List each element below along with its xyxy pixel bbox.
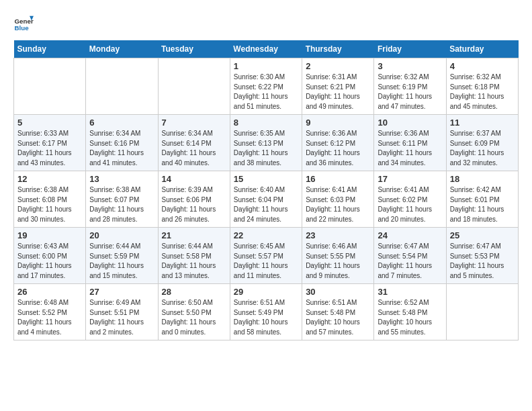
cell-info: Sunrise: 6:39 AM Sunset: 6:06 PM Dayligh… [162, 185, 226, 224]
cell-info: Sunrise: 6:34 AM Sunset: 6:14 PM Dayligh… [162, 129, 226, 168]
day-number: 9 [306, 118, 370, 128]
cell-info: Sunrise: 6:48 AM Sunset: 5:52 PM Dayligh… [17, 298, 82, 337]
calendar-cell: 17Sunrise: 6:41 AM Sunset: 6:02 PM Dayli… [374, 171, 446, 228]
calendar-cell: 21Sunrise: 6:44 AM Sunset: 5:58 PM Dayli… [158, 228, 230, 284]
day-number: 13 [89, 174, 154, 184]
calendar-cell: 15Sunrise: 6:40 AM Sunset: 6:04 PM Dayli… [230, 171, 302, 228]
day-number: 17 [378, 174, 442, 184]
cell-info: Sunrise: 6:36 AM Sunset: 6:11 PM Dayligh… [378, 129, 442, 168]
day-number: 1 [234, 61, 298, 71]
calendar-cell: 2Sunrise: 6:31 AM Sunset: 6:21 PM Daylig… [302, 58, 374, 115]
calendar-cell: 24Sunrise: 6:47 AM Sunset: 5:54 PM Dayli… [374, 228, 446, 284]
cell-info: Sunrise: 6:32 AM Sunset: 6:19 PM Dayligh… [378, 73, 442, 111]
svg-text:Blue: Blue [15, 24, 30, 32]
calendar-cell: 4Sunrise: 6:32 AM Sunset: 6:18 PM Daylig… [446, 58, 518, 115]
calendar-table: SundayMondayTuesdayWednesdayThursdayFrid… [13, 40, 519, 340]
day-number: 4 [450, 61, 515, 71]
week-row-2: 5Sunrise: 6:33 AM Sunset: 6:17 PM Daylig… [14, 115, 519, 171]
cell-info: Sunrise: 6:38 AM Sunset: 6:08 PM Dayligh… [17, 185, 82, 224]
day-number: 12 [17, 174, 82, 184]
calendar-cell: 19Sunrise: 6:43 AM Sunset: 6:00 PM Dayli… [14, 228, 86, 284]
calendar-cell: 5Sunrise: 6:33 AM Sunset: 6:17 PM Daylig… [14, 115, 86, 171]
cell-info: Sunrise: 6:46 AM Sunset: 5:55 PM Dayligh… [306, 242, 370, 281]
calendar-cell: 10Sunrise: 6:36 AM Sunset: 6:11 PM Dayli… [374, 115, 446, 171]
calendar-cell: 1Sunrise: 6:30 AM Sunset: 6:22 PM Daylig… [230, 58, 302, 115]
calendar-cell: 6Sunrise: 6:34 AM Sunset: 6:16 PM Daylig… [86, 115, 158, 171]
logo-icon: General Blue [13, 13, 34, 34]
calendar-cell: 13Sunrise: 6:38 AM Sunset: 6:07 PM Dayli… [86, 171, 158, 228]
calendar-cell: 25Sunrise: 6:47 AM Sunset: 5:53 PM Dayli… [446, 228, 518, 284]
day-number: 2 [306, 61, 370, 71]
calendar-cell: 20Sunrise: 6:44 AM Sunset: 5:59 PM Dayli… [86, 228, 158, 284]
calendar-cell [14, 58, 86, 115]
cell-info: Sunrise: 6:32 AM Sunset: 6:18 PM Dayligh… [450, 73, 515, 111]
day-number: 20 [89, 230, 154, 240]
calendar-cell: 3Sunrise: 6:32 AM Sunset: 6:19 PM Daylig… [374, 58, 446, 115]
calendar-cell [86, 58, 158, 115]
cell-info: Sunrise: 6:40 AM Sunset: 6:04 PM Dayligh… [234, 185, 298, 224]
calendar-cell: 23Sunrise: 6:46 AM Sunset: 5:55 PM Dayli… [302, 228, 374, 284]
day-number: 31 [378, 287, 442, 297]
day-number: 27 [89, 287, 154, 297]
day-number: 3 [378, 61, 442, 71]
calendar-cell: 22Sunrise: 6:45 AM Sunset: 5:57 PM Dayli… [230, 228, 302, 284]
day-number: 18 [450, 174, 515, 184]
day-number: 14 [162, 174, 226, 184]
cell-info: Sunrise: 6:30 AM Sunset: 6:22 PM Dayligh… [234, 73, 298, 111]
cell-info: Sunrise: 6:36 AM Sunset: 6:12 PM Dayligh… [306, 129, 370, 168]
cell-info: Sunrise: 6:50 AM Sunset: 5:50 PM Dayligh… [162, 298, 226, 337]
day-number: 19 [17, 230, 82, 240]
col-header-friday: Friday [374, 40, 446, 58]
cell-info: Sunrise: 6:47 AM Sunset: 5:54 PM Dayligh… [378, 242, 442, 281]
calendar-cell: 12Sunrise: 6:38 AM Sunset: 6:08 PM Dayli… [14, 171, 86, 228]
cell-info: Sunrise: 6:37 AM Sunset: 6:09 PM Dayligh… [450, 129, 515, 168]
cell-info: Sunrise: 6:35 AM Sunset: 6:13 PM Dayligh… [234, 129, 298, 168]
day-number: 23 [306, 230, 370, 240]
page-header: General Blue [13, 13, 519, 34]
calendar-cell: 28Sunrise: 6:50 AM Sunset: 5:50 PM Dayli… [158, 284, 230, 340]
cell-info: Sunrise: 6:43 AM Sunset: 6:00 PM Dayligh… [17, 242, 82, 281]
col-header-tuesday: Tuesday [158, 40, 230, 58]
week-row-1: 1Sunrise: 6:30 AM Sunset: 6:22 PM Daylig… [14, 58, 519, 115]
day-number: 7 [162, 118, 226, 128]
cell-info: Sunrise: 6:41 AM Sunset: 6:03 PM Dayligh… [306, 185, 370, 224]
calendar-cell: 7Sunrise: 6:34 AM Sunset: 6:14 PM Daylig… [158, 115, 230, 171]
col-header-saturday: Saturday [446, 40, 518, 58]
day-number: 26 [17, 287, 82, 297]
cell-info: Sunrise: 6:33 AM Sunset: 6:17 PM Dayligh… [17, 129, 82, 168]
cell-info: Sunrise: 6:51 AM Sunset: 5:48 PM Dayligh… [306, 298, 370, 337]
calendar-cell: 27Sunrise: 6:49 AM Sunset: 5:51 PM Dayli… [86, 284, 158, 340]
day-number: 6 [89, 118, 154, 128]
cell-info: Sunrise: 6:51 AM Sunset: 5:49 PM Dayligh… [234, 298, 298, 337]
calendar-cell: 29Sunrise: 6:51 AM Sunset: 5:49 PM Dayli… [230, 284, 302, 340]
cell-info: Sunrise: 6:45 AM Sunset: 5:57 PM Dayligh… [234, 242, 298, 281]
col-header-thursday: Thursday [302, 40, 374, 58]
cell-info: Sunrise: 6:38 AM Sunset: 6:07 PM Dayligh… [89, 185, 154, 224]
col-header-monday: Monday [86, 40, 158, 58]
day-number: 16 [306, 174, 370, 184]
day-number: 11 [450, 118, 515, 128]
calendar-cell: 14Sunrise: 6:39 AM Sunset: 6:06 PM Dayli… [158, 171, 230, 228]
calendar-cell: 16Sunrise: 6:41 AM Sunset: 6:03 PM Dayli… [302, 171, 374, 228]
calendar-cell: 31Sunrise: 6:52 AM Sunset: 5:48 PM Dayli… [374, 284, 446, 340]
calendar-cell: 8Sunrise: 6:35 AM Sunset: 6:13 PM Daylig… [230, 115, 302, 171]
day-number: 22 [234, 230, 298, 240]
col-header-wednesday: Wednesday [230, 40, 302, 58]
day-number: 8 [234, 118, 298, 128]
calendar-cell [446, 284, 518, 340]
header-row: SundayMondayTuesdayWednesdayThursdayFrid… [14, 40, 519, 58]
calendar-cell [158, 58, 230, 115]
day-number: 10 [378, 118, 442, 128]
week-row-5: 26Sunrise: 6:48 AM Sunset: 5:52 PM Dayli… [14, 284, 519, 340]
day-number: 25 [450, 230, 515, 240]
day-number: 28 [162, 287, 226, 297]
day-number: 29 [234, 287, 298, 297]
col-header-sunday: Sunday [14, 40, 86, 58]
week-row-3: 12Sunrise: 6:38 AM Sunset: 6:08 PM Dayli… [14, 171, 519, 228]
calendar-cell: 9Sunrise: 6:36 AM Sunset: 6:12 PM Daylig… [302, 115, 374, 171]
cell-info: Sunrise: 6:41 AM Sunset: 6:02 PM Dayligh… [378, 185, 442, 224]
day-number: 5 [17, 118, 82, 128]
cell-info: Sunrise: 6:34 AM Sunset: 6:16 PM Dayligh… [89, 129, 154, 168]
day-number: 24 [378, 230, 442, 240]
cell-info: Sunrise: 6:44 AM Sunset: 5:58 PM Dayligh… [162, 242, 226, 281]
